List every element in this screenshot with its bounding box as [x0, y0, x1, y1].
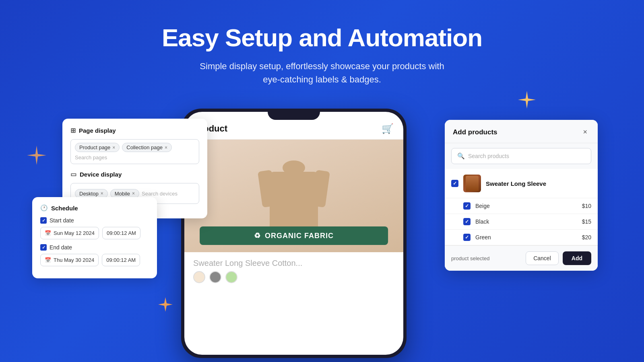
phone-product-name: Sweater Long Sleeve Cotton...	[184, 252, 403, 271]
variant-row-green: Green $20	[445, 230, 598, 245]
end-date-row: End date 📅 Thu May 30 2024 09:00:12 AM	[40, 244, 149, 266]
close-button[interactable]: ×	[580, 127, 590, 137]
variant-name-black: Black	[475, 218, 577, 225]
svg-point-1	[283, 160, 305, 175]
add-button[interactable]: Add	[563, 251, 591, 265]
start-date-checkbox[interactable]	[40, 217, 47, 224]
thumb-inner	[466, 176, 479, 191]
product-thumbnail	[463, 175, 481, 192]
phone-screen: Product 🛒 ♻ ORGANIC FABR	[184, 112, 403, 355]
end-date-checkbox-label[interactable]: End date	[40, 244, 149, 251]
schedule-card: 🕐 Schedule Start date 📅 Sun May 12 2024 …	[32, 197, 157, 278]
search-products-placeholder: Search products	[468, 153, 509, 159]
main-title: Easy Setup and Automation	[0, 24, 644, 51]
calendar-icon-end: 📅	[45, 257, 51, 263]
variant-price-beige: $10	[582, 203, 591, 209]
sparkle-orange-bottom	[158, 297, 173, 314]
variant-price-green: $20	[582, 234, 591, 241]
search-bar[interactable]: 🔍 Search products	[451, 148, 591, 164]
variant-checkbox-beige[interactable]	[463, 202, 471, 210]
page-icon: ⊞	[70, 127, 76, 134]
device-icon: ▭	[70, 171, 76, 178]
start-date-checkbox-label[interactable]: Start date	[40, 217, 149, 224]
phone-mockup: Product 🛒 ♻ ORGANIC FABR	[181, 109, 407, 358]
color-dots	[184, 271, 403, 283]
calendar-icon-start: 📅	[45, 230, 51, 236]
subtitle: Simple display setup, effortlessly showc…	[0, 60, 644, 86]
product-main-checkbox[interactable]	[451, 180, 458, 187]
header-section: Easy Setup and Automation Simple display…	[0, 0, 644, 86]
add-products-panel: Add products × 🔍 Search products Sweater…	[445, 120, 598, 271]
selected-count-text: product selected	[451, 255, 489, 261]
sparkle-orange-left	[26, 145, 47, 171]
product-name: Sweater Long Sleeve	[486, 180, 591, 187]
page-search-placeholder: Search pages	[75, 154, 107, 160]
device-display-title: ▭ Device display	[70, 171, 199, 178]
end-date-checkbox[interactable]	[40, 244, 47, 251]
leaf-icon: ♻	[254, 231, 261, 240]
phone-product-image: ♻ ORGANIC FABRIC	[184, 140, 403, 252]
search-icon: 🔍	[457, 152, 465, 160]
color-dot-green[interactable]	[225, 271, 237, 283]
variant-price-black: $15	[582, 218, 591, 225]
remove-tag-desktop[interactable]: ×	[101, 191, 103, 196]
product-list: Sweater Long Sleeve Beige $10 Black $15 …	[445, 169, 598, 245]
end-time-field[interactable]: 09:00:12 AM	[102, 254, 140, 266]
sparkle-gold-right	[518, 90, 536, 111]
panel-header: Add products ×	[445, 120, 598, 143]
remove-tag-product[interactable]: ×	[112, 145, 115, 150]
product-main-row: Sweater Long Sleeve	[445, 169, 598, 198]
remove-tag-collection[interactable]: ×	[165, 145, 167, 150]
sweater-svg	[258, 144, 330, 240]
start-date-row: Start date 📅 Sun May 12 2024 09:00:12 AM	[40, 217, 149, 239]
phone-notch	[268, 109, 320, 120]
footer-buttons: Cancel Add	[526, 251, 591, 265]
device-search-placeholder: Search devices	[142, 191, 178, 197]
panel-title: Add products	[453, 128, 497, 136]
variant-row-beige: Beige $10	[445, 198, 598, 214]
color-dot-beige[interactable]	[193, 271, 205, 283]
page-display-title: ⊞ Page display	[70, 127, 199, 134]
variant-checkbox-black[interactable]	[463, 218, 471, 225]
schedule-icon: 🕐	[40, 204, 48, 212]
panel-footer: product selected Cancel Add	[445, 245, 598, 271]
end-date-field[interactable]: 📅 Thu May 30 2024	[40, 254, 99, 266]
remove-tag-mobile[interactable]: ×	[132, 191, 135, 196]
tag-product-page[interactable]: Product page ×	[75, 143, 120, 152]
start-date-field[interactable]: 📅 Sun May 12 2024	[40, 227, 99, 239]
start-time-field[interactable]: 09:00:12 AM	[102, 227, 140, 239]
tag-collection-page[interactable]: Collection page ×	[122, 143, 172, 152]
variant-name-green: Green	[475, 234, 577, 241]
end-date-inputs: 📅 Thu May 30 2024 09:00:12 AM	[40, 254, 149, 266]
variant-checkbox-green[interactable]	[463, 234, 471, 241]
cancel-button[interactable]: Cancel	[526, 251, 559, 265]
color-dot-gray[interactable]	[209, 271, 221, 283]
organic-badge: ♻ ORGANIC FABRIC	[200, 226, 388, 245]
start-date-inputs: 📅 Sun May 12 2024 09:00:12 AM	[40, 227, 149, 239]
variant-row-black: Black $15	[445, 214, 598, 230]
page-tag-input[interactable]: Product page × Collection page × Search …	[70, 139, 199, 164]
schedule-title: 🕐 Schedule	[40, 204, 149, 212]
cart-icon: 🛒	[382, 123, 394, 134]
variant-name-beige: Beige	[475, 203, 577, 209]
